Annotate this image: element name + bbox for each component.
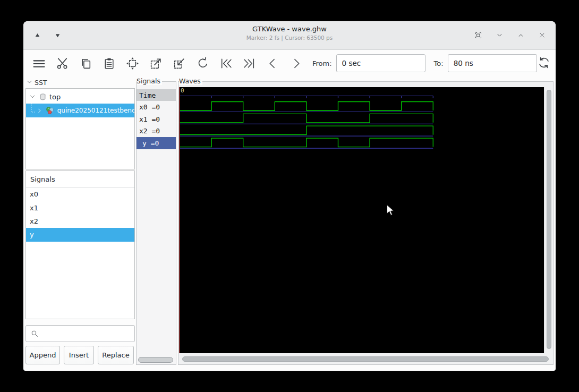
replace-button[interactable]: Replace <box>98 346 134 364</box>
tree-item-quine-testbench[interactable]: quine20250121testbenc <box>26 104 134 117</box>
wave-canvas[interactable]: 0 <box>179 87 544 353</box>
waves-horizontal-scrollbar-thumb[interactable] <box>182 356 549 362</box>
sst-tree: top quine20250121testbenc <box>25 88 135 169</box>
expander-chevron-icon[interactable] <box>37 108 42 114</box>
toolbar-icons <box>31 55 304 71</box>
timescale-origin: 0 <box>181 87 184 94</box>
undo-button[interactable] <box>194 55 210 71</box>
tree-item-label: top <box>49 93 61 101</box>
sst-label: SST <box>35 79 47 87</box>
waves-vertical-scrollbar-thumb[interactable] <box>547 90 551 349</box>
signal-browser-header: Signals <box>26 171 134 188</box>
zoom-out-button[interactable] <box>171 55 187 71</box>
paste-button[interactable] <box>101 55 117 71</box>
titlebar-left-buttons <box>31 21 64 49</box>
signal-item-y[interactable]: y <box>26 228 134 241</box>
step-left-button[interactable] <box>265 55 280 71</box>
tree-guide-lines <box>29 104 37 117</box>
waveform-traces <box>179 87 544 353</box>
toolbar: From: To: <box>23 50 556 76</box>
main-area: SST top <box>23 76 556 371</box>
triangle-up-button[interactable] <box>31 29 44 42</box>
search-icon <box>30 329 39 338</box>
tree-item-top[interactable]: top <box>26 90 134 104</box>
trace-name-x1[interactable]: x1 =0 <box>137 113 176 125</box>
trace-name-x0[interactable]: x0 =0 <box>137 101 176 113</box>
search-input[interactable] <box>39 326 139 342</box>
insert-button[interactable]: Insert <box>64 346 94 364</box>
trace-name-x2[interactable]: x2 =0 <box>137 125 176 138</box>
left-panel: SST top <box>25 76 135 371</box>
reload-button[interactable] <box>537 55 551 72</box>
signals-panel: Time x0 =0 x1 =0 x2 =0 y =0 <box>136 81 176 365</box>
waves-panel: 0 <box>178 81 554 365</box>
expander-chevron-icon[interactable] <box>29 93 36 100</box>
to-label: To: <box>434 59 444 67</box>
to-input[interactable] <box>448 54 537 72</box>
signal-browser: Signals x0 x1 x2 y <box>25 171 135 319</box>
maximize-chevron-button[interactable] <box>514 29 527 42</box>
search-box[interactable] <box>25 325 135 342</box>
component-icon <box>46 106 55 115</box>
gtkwave-window: GTKWave - wave.ghw Marker: 2 fs | Cursor… <box>23 21 556 371</box>
time-header[interactable]: Time <box>137 89 176 101</box>
from-label: From: <box>312 59 332 67</box>
zoom-fit-button[interactable] <box>124 55 140 71</box>
from-input[interactable] <box>336 54 425 72</box>
waves-frame-label: Waves <box>179 77 202 85</box>
copy-button[interactable] <box>78 55 93 71</box>
tree-item-label: quine20250121testbenc <box>57 107 134 114</box>
signal-item-x2[interactable]: x2 <box>26 215 134 228</box>
waves-horizontal-scrollbar[interactable] <box>179 355 553 363</box>
chevron-down-icon <box>27 79 32 87</box>
skip-to-start-button[interactable] <box>218 55 234 71</box>
sst-expander[interactable]: SST <box>27 77 47 88</box>
signal-item-x0[interactable]: x0 <box>26 188 134 201</box>
fullscreen-button[interactable] <box>472 29 484 42</box>
step-right-button[interactable] <box>288 55 304 71</box>
titlebar[interactable]: GTKWave - wave.ghw Marker: 2 fs | Cursor… <box>23 21 556 50</box>
menu-button[interactable] <box>31 55 47 71</box>
append-button[interactable]: Append <box>25 346 60 364</box>
triangle-down-button[interactable] <box>51 29 64 42</box>
desktop-background: GTKWave - wave.ghw Marker: 2 fs | Cursor… <box>0 0 579 392</box>
waves-vertical-scrollbar[interactable] <box>544 87 553 353</box>
skip-to-end-button[interactable] <box>241 55 257 71</box>
zoom-in-button[interactable] <box>148 55 164 71</box>
mouse-cursor <box>386 204 395 217</box>
reload-icon <box>537 56 551 71</box>
signal-item-x1[interactable]: x1 <box>26 201 134 214</box>
minimize-chevron-button[interactable] <box>493 29 506 42</box>
signals-horizontal-scrollbar-thumb[interactable] <box>138 357 173 363</box>
close-button[interactable] <box>535 29 548 42</box>
signals-frame-label: Signals <box>137 77 162 85</box>
titlebar-right-buttons <box>472 21 548 49</box>
trace-name-y[interactable]: y =0 <box>137 137 176 149</box>
cut-button[interactable] <box>54 55 70 71</box>
database-icon <box>39 93 47 101</box>
